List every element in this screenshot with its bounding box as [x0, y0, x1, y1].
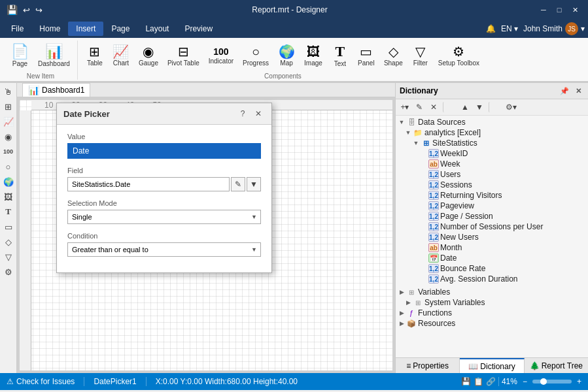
move-up-button[interactable]: ▲ — [458, 101, 472, 114]
tree-field-week[interactable]: ab Week — [396, 159, 588, 169]
add-dropdown-button[interactable]: +▾ — [398, 101, 411, 114]
dialog-close-button[interactable]: ✕ — [252, 107, 265, 120]
delete-datasource-button[interactable]: ✕ — [427, 101, 440, 114]
maximize-button[interactable]: □ — [553, 3, 566, 16]
tree-field-new-users[interactable]: 1,2 New Users — [396, 232, 588, 242]
field-edit-button[interactable]: ✎ — [231, 177, 245, 191]
field-input[interactable] — [67, 177, 230, 191]
tree-field-sessions[interactable]: 1,2 Sessions — [396, 180, 588, 190]
site-statistics-expand[interactable]: ▼ — [411, 139, 421, 148]
progress-tool[interactable]: ○ — [1, 159, 16, 174]
tree-field-sessions-per-user[interactable]: 1,2 Number of Sessions per User — [396, 221, 588, 232]
close-button[interactable]: ✕ — [568, 3, 581, 16]
tree-field-weekid[interactable]: 1,2 WeekID — [396, 148, 588, 159]
select-tool[interactable]: 🖱 — [1, 84, 16, 99]
analytics-expand[interactable]: ▼ — [404, 128, 413, 137]
status-save-icon[interactable]: 💾 — [461, 377, 471, 386]
menu-insert[interactable]: Insert — [68, 22, 103, 36]
tree-field-avg-session[interactable]: 1,2 Avg. Session Duration — [396, 274, 588, 284]
image-tool[interactable]: 🖼 — [1, 189, 16, 204]
menu-preview[interactable]: Preview — [177, 22, 220, 36]
shape-button[interactable]: ◇ Shape — [381, 43, 406, 69]
panel-pin-button[interactable]: 📌 — [559, 85, 570, 97]
text-button[interactable]: T Text — [328, 42, 352, 69]
tree-functions[interactable]: ▶ ƒ Functions — [396, 308, 588, 318]
condition-select[interactable]: Greater than or equal to Equal to Less t… — [67, 242, 261, 257]
status-link-icon[interactable]: 🔗 — [486, 377, 496, 386]
tree-data-sources[interactable]: ▼ 🗄 Data Sources — [396, 117, 588, 127]
tree-field-pageview[interactable]: 1,2 Pageview — [396, 201, 588, 211]
status-clipboard-icon[interactable]: 📋 — [474, 377, 483, 386]
user-name[interactable]: John Smith JS ▾ — [523, 22, 585, 35]
gauge-tool[interactable]: ◉ — [1, 129, 16, 144]
tree-area[interactable]: ▼ 🗄 Data Sources ▼ 📁 analytics [Excel] ▼… — [396, 116, 588, 357]
condition-select-wrapper[interactable]: Greater than or equal to Equal to Less t… — [67, 242, 261, 257]
language-selector[interactable]: EN ▾ — [501, 24, 518, 33]
tree-field-month[interactable]: ab Month — [396, 242, 588, 253]
minimize-button[interactable]: ─ — [537, 3, 550, 16]
undo-icon[interactable]: ↩ — [23, 5, 30, 15]
move-down-button[interactable]: ▼ — [473, 101, 486, 114]
menu-layout[interactable]: Layout — [137, 22, 177, 36]
shape-tool[interactable]: ◇ — [1, 235, 16, 249]
notification-icon[interactable]: 🔔 — [486, 24, 496, 33]
selection-mode-select-wrapper[interactable]: Single Multiple Range — [67, 210, 261, 224]
tree-resources[interactable]: ▶ 📦 Resources — [396, 318, 588, 329]
panel-close-button[interactable]: ✕ — [572, 85, 584, 97]
table-button[interactable]: ⊞ Table — [83, 43, 107, 69]
tree-analytics[interactable]: ▼ 📁 analytics [Excel] — [396, 127, 588, 138]
properties-tab[interactable]: ≡ Properties — [396, 358, 460, 373]
check-issues-button[interactable]: ⚠ Check for Issues — [4, 376, 77, 387]
field-drop-button[interactable]: ▼ — [247, 177, 261, 191]
menu-file[interactable]: File — [3, 22, 31, 36]
zoom-slider[interactable] — [532, 380, 572, 384]
save-icon[interactable]: 💾 — [7, 5, 18, 15]
tree-field-bounce-rate[interactable]: 1,2 Bounce Rate — [396, 263, 588, 274]
edit-datasource-button[interactable]: ✎ — [413, 101, 426, 114]
menu-page[interactable]: Page — [103, 22, 137, 36]
settings-button[interactable]: ⚙▾ — [504, 101, 517, 114]
functions-expand[interactable]: ▶ — [397, 308, 406, 318]
filter-button[interactable]: ▽ Filter — [409, 43, 432, 69]
report-tree-tab[interactable]: 🌲 Report Tree — [525, 358, 588, 373]
tree-field-users[interactable]: 1,2 Users — [396, 169, 588, 180]
tree-field-date[interactable]: 📅 Date — [396, 253, 588, 263]
indicator-button[interactable]: 100 Indicator — [205, 45, 237, 67]
data-sources-expand[interactable]: ▼ — [397, 118, 406, 127]
setup-toolbox-button[interactable]: ⚙ Setup Toolbox — [435, 43, 483, 69]
system-vars-expand[interactable]: ▶ — [404, 298, 413, 307]
zoom-minus-button[interactable]: − — [520, 376, 530, 387]
map-tool[interactable]: 🌍 — [1, 174, 16, 189]
variables-expand[interactable]: ▶ — [397, 287, 406, 297]
dialog-help-button[interactable]: ? — [236, 107, 249, 120]
tree-field-page-session[interactable]: 1,2 Page / Session — [396, 211, 588, 221]
zoom-plus-button[interactable]: + — [574, 376, 584, 387]
chart-tool[interactable]: 📈 — [1, 114, 16, 129]
resources-expand[interactable]: ▶ — [397, 319, 406, 328]
pivot-button[interactable]: ⊟ Pivot Table — [164, 43, 203, 69]
filter-tool[interactable]: ▽ — [1, 250, 16, 264]
map-button[interactable]: 🌍 Map — [275, 43, 298, 69]
page-button[interactable]: 📄 Page — [8, 42, 32, 69]
menu-home[interactable]: Home — [31, 22, 68, 36]
value-input[interactable] — [67, 143, 261, 159]
chart-button[interactable]: 📈 Chart — [109, 43, 133, 69]
image-button[interactable]: 🖼 Image — [301, 43, 326, 69]
selection-mode-select[interactable]: Single Multiple Range — [67, 210, 261, 224]
tree-site-statistics[interactable]: ▼ ⊞ SiteStatistics — [396, 138, 588, 148]
tree-variables[interactable]: ▶ ⊞ Variables — [396, 287, 588, 297]
dashboard-button[interactable]: 📊 Dashboard — [35, 42, 73, 69]
table-tool[interactable]: ⊞ — [1, 99, 16, 114]
tree-system-variables[interactable]: ▶ ⊞ System Variables — [396, 297, 588, 308]
dictionary-tab[interactable]: 📖 Dictionary — [460, 358, 524, 373]
progress-button[interactable]: ○ Progress — [239, 43, 272, 69]
zoom-slider-thumb[interactable] — [540, 378, 547, 385]
gauge-button[interactable]: ◉ Gauge — [135, 43, 162, 69]
redo-icon[interactable]: ↪ — [35, 5, 43, 15]
tree-field-returning-visitors[interactable]: 1,2 Returning Visitors — [396, 190, 588, 201]
panel-button[interactable]: ▭ Panel — [355, 43, 378, 69]
indicator-tool[interactable]: 100 — [1, 144, 16, 159]
settings-tool[interactable]: ⚙ — [1, 265, 16, 279]
panel-tool[interactable]: ▭ — [1, 220, 16, 234]
text-tool[interactable]: T — [1, 204, 16, 219]
